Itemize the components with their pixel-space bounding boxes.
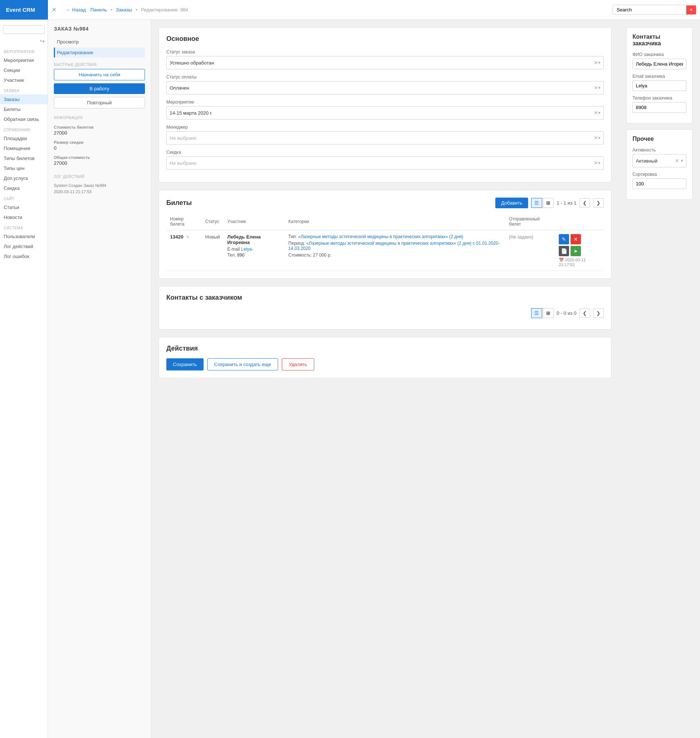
manager-clear-icon[interactable]: ✕	[594, 135, 598, 141]
ticket-delete-button[interactable]: ✕	[571, 234, 581, 244]
btn-work[interactable]: В работу	[54, 83, 145, 94]
form-group-event: Мероприятие 14-15 марта 2020 г. ✕ ▾	[166, 100, 604, 119]
payment-status-select[interactable]: Оплачен ✕ ▾	[166, 81, 604, 94]
order-status-clear-icon[interactable]: ✕	[594, 60, 598, 66]
sidebar-item-users[interactable]: Пользователи	[0, 232, 48, 241]
event-value: 14-15 марта 2020 г.	[170, 110, 594, 116]
order-status-select[interactable]: Успешно обработан ✕ ▾	[166, 56, 604, 69]
sidebar-item-action-log[interactable]: Лог действий	[0, 241, 48, 251]
ticket-file-button[interactable]: 📄	[559, 246, 569, 256]
manager-arrow-icon[interactable]: ▾	[598, 135, 600, 141]
email-label: E-mail	[227, 246, 240, 252]
col-participant: Участник	[224, 213, 285, 230]
sidebar-item-price-types[interactable]: Типы цен	[0, 163, 48, 173]
event-select[interactable]: 14-15 марта 2020 г. ✕ ▾	[166, 106, 604, 119]
other-card: Прочее Активность Активный ✕ ▾ Сортировк…	[626, 129, 693, 200]
breadcrumb-back[interactable]: ← Назад	[66, 7, 86, 13]
sidebar-item-news[interactable]: Новости	[0, 212, 48, 222]
sidebar-item-tickets[interactable]: Билеты	[0, 104, 48, 114]
col-status: Статус	[201, 213, 224, 230]
sidebar-item-articles[interactable]: Статьи	[0, 202, 48, 212]
top-bar: Event CRM ✕ ← Назад Панель • Заказы • Ре…	[0, 0, 700, 20]
tickets-next-button[interactable]: ❯	[593, 198, 604, 208]
logout-icon[interactable]: ↪	[40, 38, 45, 45]
sidebar-item-extra-service[interactable]: Доп.услуга	[0, 173, 48, 183]
discount-select[interactable]: Не выбрано ✕ ▾	[166, 156, 604, 170]
btn-repeat[interactable]: Повторный	[54, 97, 145, 109]
event-clear-icon[interactable]: ✕	[594, 110, 598, 116]
ticket-number-edit-icon[interactable]: ✎	[186, 235, 190, 239]
discount-arrow-icon[interactable]: ▾	[598, 160, 600, 166]
sidebar-search-input[interactable]	[3, 25, 45, 34]
participant-name: Лебедь Елена Игоревна	[227, 234, 281, 245]
category-type-link[interactable]: «Лазерные методы эстетической медицины в…	[299, 234, 463, 239]
event-arrow-icon[interactable]: ▾	[598, 110, 600, 115]
ticket-status-cell: Новый	[201, 230, 224, 271]
contacts-prev-button[interactable]: ❮	[579, 308, 590, 318]
tickets-grid-view-button[interactable]: ⊞	[543, 198, 554, 208]
category-period-link[interactable]: «Лазерные методы эстетической медицины в…	[288, 241, 500, 251]
search-input[interactable]	[613, 5, 686, 15]
order-status-arrow-icon[interactable]: ▾	[598, 60, 600, 65]
activity-clear-icon[interactable]: ✕	[675, 158, 679, 164]
search-clear-button[interactable]: ✕	[686, 5, 696, 15]
tickets-table: Номер билета Статус Участник Категории О…	[166, 213, 604, 271]
sidebar-item-discount[interactable]: Скидка	[0, 183, 48, 193]
sidebar-section-label-reference: СПРАВОЧНИК	[0, 124, 48, 134]
info-row-discount: Размер скидки 0	[54, 140, 145, 151]
contacts-list-view-button[interactable]: ☰	[531, 308, 542, 318]
tickets-list-view-button[interactable]: ☰	[531, 198, 542, 208]
order-title: ЗАКАЗ №984	[54, 26, 145, 32]
tickets-prev-button[interactable]: ❮	[579, 198, 590, 208]
quick-actions-label: БЫСТРЫЕ ДЕЙСТВИЯ	[54, 58, 145, 69]
manager-select[interactable]: Не выбрано ✕ ▾	[166, 131, 604, 144]
sort-input[interactable]	[632, 178, 686, 189]
nav-view[interactable]: Просмотр	[54, 37, 145, 47]
phone-input[interactable]	[632, 102, 686, 113]
sidebar-item-participant[interactable]: Участник	[0, 75, 48, 85]
sidebar-item-feedback[interactable]: Обратная связь	[0, 114, 48, 124]
app-close-button[interactable]: ✕	[48, 6, 60, 13]
breadcrumb-panel[interactable]: Панель	[90, 7, 107, 13]
info-row-ticket-cost: Стоимость билетов 27000	[54, 125, 145, 136]
sidebar-item-events[interactable]: Мероприятия	[0, 55, 48, 65]
contacts-next-button[interactable]: ❯	[593, 308, 604, 318]
col-actions	[555, 213, 604, 230]
payment-status-clear-icon[interactable]: ✕	[594, 85, 598, 91]
contacts-title: Контакты с заказчиком	[166, 294, 604, 302]
delete-button[interactable]: Удалить	[282, 358, 314, 370]
ticket-edit-button[interactable]: ✎	[559, 234, 569, 244]
ticket-send-button[interactable]: ➤	[571, 246, 581, 256]
breadcrumb-orders[interactable]: Заказы	[116, 7, 132, 13]
btn-assign[interactable]: Назначить на себя	[54, 69, 145, 80]
info-value-total: 27000	[54, 160, 145, 166]
sidebar-item-orders[interactable]: Заказы	[0, 94, 48, 104]
activity-value: Активный	[636, 158, 675, 164]
activity-arrow-icon[interactable]: ▾	[681, 158, 683, 163]
save-button[interactable]: Сохранить	[166, 358, 204, 370]
sidebar-item-venues[interactable]: Площадки	[0, 134, 48, 144]
sidebar-item-error-log[interactable]: Лог ошибок	[0, 251, 48, 261]
log-entry-0: System Создан Заказ №984	[54, 182, 145, 189]
payment-status-arrow-icon[interactable]: ▾	[598, 85, 600, 90]
ticket-categories-cell: Тип: «Лазерные методы эстетической медиц…	[285, 230, 505, 271]
category-period-label: Период:	[288, 241, 306, 246]
sidebar-item-sections[interactable]: Секции	[0, 65, 48, 75]
contacts-grid-view-button[interactable]: ⊞	[543, 308, 554, 318]
participant-phone-row: Тел. 890	[227, 252, 281, 258]
nav-edit[interactable]: Редактирование	[54, 48, 145, 57]
discount-clear-icon[interactable]: ✕	[594, 160, 598, 166]
fio-input[interactable]	[632, 59, 686, 69]
sidebar-item-rooms[interactable]: Помещения	[0, 144, 48, 153]
email-input[interactable]	[632, 80, 686, 91]
activity-select[interactable]: Активный ✕ ▾	[632, 154, 686, 167]
search-bar: ✕	[613, 5, 696, 15]
save-create-button[interactable]: Сохранить и создать еще	[207, 358, 278, 370]
customer-contacts-title: Контакты заказчика	[632, 34, 686, 47]
app-logo: Event CRM	[0, 0, 48, 19]
manager-value: Не выбрано	[170, 135, 594, 141]
add-ticket-button[interactable]: Добавить	[495, 198, 528, 208]
participant-email-link[interactable]: Lelya-	[241, 246, 253, 252]
sidebar-item-ticket-types[interactable]: Типы билетов	[0, 153, 48, 163]
other-title: Прочее	[632, 136, 686, 142]
